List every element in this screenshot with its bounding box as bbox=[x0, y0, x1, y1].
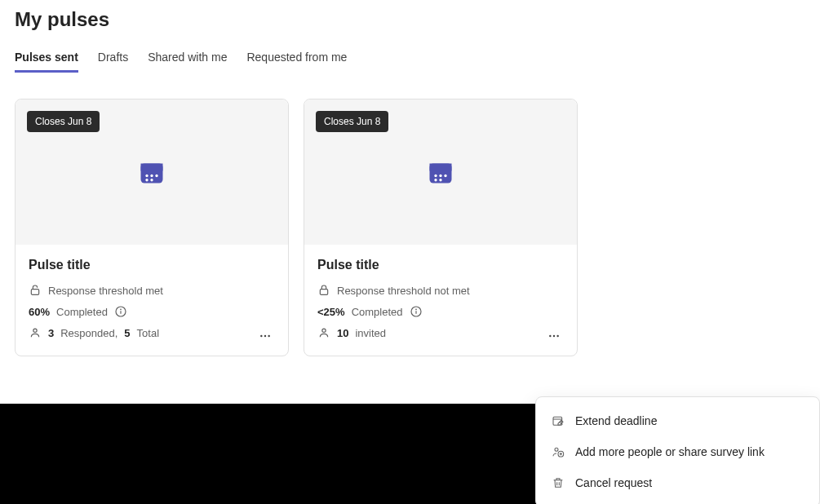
people-count-1: 3 bbox=[48, 327, 54, 339]
threshold-row: Response threshold met bbox=[29, 284, 275, 297]
svg-point-18 bbox=[439, 175, 441, 177]
svg-point-17 bbox=[434, 175, 437, 177]
completed-pct: 60% bbox=[29, 306, 50, 318]
trash-icon bbox=[551, 475, 565, 490]
card-title: Pulse title bbox=[317, 258, 564, 272]
svg-point-13 bbox=[264, 335, 266, 337]
completed-label: Completed bbox=[352, 306, 403, 318]
completed-row: 60% Completed bbox=[29, 305, 275, 318]
closes-badge: Closes Jun 8 bbox=[316, 111, 388, 132]
tab-shared-with-me[interactable]: Shared with me bbox=[148, 51, 227, 73]
background-overlay bbox=[0, 404, 622, 504]
people-count-2: 5 bbox=[124, 327, 130, 339]
svg-point-26 bbox=[322, 329, 326, 332]
card-header: Closes Jun 8 bbox=[16, 99, 288, 245]
people-row: 10 invited bbox=[317, 326, 564, 339]
threshold-row: Response threshold not met bbox=[317, 284, 564, 297]
threshold-text: Response threshold met bbox=[48, 285, 163, 297]
menu-item-cancel-request[interactable]: Cancel request bbox=[536, 467, 819, 498]
card-header: Closes Jun 8 bbox=[304, 99, 577, 245]
people-label-2: Total bbox=[137, 327, 159, 339]
person-icon bbox=[317, 326, 330, 339]
tab-pulses-sent[interactable]: Pulses sent bbox=[15, 51, 78, 73]
more-actions-button[interactable] bbox=[255, 326, 275, 346]
svg-rect-7 bbox=[31, 290, 38, 295]
context-menu: Extend deadline Add more people or share… bbox=[535, 396, 820, 504]
svg-point-3 bbox=[150, 175, 153, 177]
menu-item-label: Add more people or share survey link bbox=[575, 445, 765, 458]
svg-point-5 bbox=[145, 179, 148, 181]
svg-point-6 bbox=[150, 179, 153, 181]
svg-point-20 bbox=[434, 179, 437, 181]
card-body: Pulse title Response threshold not met <… bbox=[304, 245, 577, 356]
pulse-card[interactable]: Closes Jun 8 Pulse title Response thresh… bbox=[304, 99, 578, 356]
menu-item-label: Extend deadline bbox=[575, 414, 657, 427]
calendar-grid-icon bbox=[137, 157, 166, 187]
people-add-icon bbox=[551, 444, 565, 459]
pulse-cards: Closes Jun 8 Pulse title Response thresh… bbox=[15, 99, 607, 356]
info-icon[interactable] bbox=[410, 305, 423, 318]
people-label-1: Responded, bbox=[60, 327, 117, 339]
svg-point-14 bbox=[268, 335, 269, 337]
svg-point-4 bbox=[155, 175, 157, 177]
card-title: Pulse title bbox=[29, 258, 275, 272]
svg-point-32 bbox=[555, 448, 558, 451]
calendar-grid-icon bbox=[426, 157, 455, 187]
people-count-1: 10 bbox=[337, 327, 348, 339]
svg-rect-16 bbox=[430, 164, 452, 171]
menu-item-label: Cancel request bbox=[575, 476, 652, 489]
tabs-bar: Pulses sent Drafts Shared with me Reques… bbox=[15, 51, 607, 73]
svg-rect-22 bbox=[320, 290, 327, 295]
people-label-1: invited bbox=[355, 327, 386, 339]
svg-rect-1 bbox=[141, 164, 163, 171]
svg-point-10 bbox=[121, 309, 122, 310]
svg-point-11 bbox=[33, 329, 37, 332]
menu-item-add-people[interactable]: Add more people or share survey link bbox=[536, 436, 819, 467]
tab-requested-from-me[interactable]: Requested from me bbox=[246, 51, 347, 73]
pulse-card[interactable]: Closes Jun 8 Pulse title Response thresh… bbox=[15, 99, 289, 356]
tab-drafts[interactable]: Drafts bbox=[98, 51, 128, 73]
svg-point-28 bbox=[553, 335, 555, 337]
more-actions-button[interactable] bbox=[544, 326, 564, 346]
lock-icon bbox=[317, 284, 330, 297]
person-icon bbox=[29, 326, 42, 339]
closes-badge: Closes Jun 8 bbox=[27, 111, 100, 132]
people-row: 3 Responded, 5 Total bbox=[29, 326, 275, 339]
page-title: My pulses bbox=[15, 8, 607, 31]
completed-row: <25% Completed bbox=[317, 305, 564, 318]
completed-pct: <25% bbox=[317, 306, 345, 318]
svg-point-19 bbox=[444, 175, 446, 177]
completed-label: Completed bbox=[56, 306, 108, 318]
svg-point-21 bbox=[439, 179, 441, 181]
svg-point-25 bbox=[415, 309, 416, 310]
threshold-text: Response threshold not met bbox=[337, 285, 470, 297]
menu-item-extend-deadline[interactable]: Extend deadline bbox=[536, 405, 819, 436]
unlock-icon bbox=[29, 284, 42, 297]
svg-point-27 bbox=[549, 335, 551, 337]
calendar-edit-icon bbox=[551, 413, 565, 428]
svg-point-2 bbox=[145, 175, 148, 177]
card-body: Pulse title Response threshold met 60% C… bbox=[16, 245, 288, 356]
info-icon[interactable] bbox=[114, 305, 127, 318]
svg-point-29 bbox=[556, 335, 558, 337]
svg-point-12 bbox=[260, 335, 262, 337]
